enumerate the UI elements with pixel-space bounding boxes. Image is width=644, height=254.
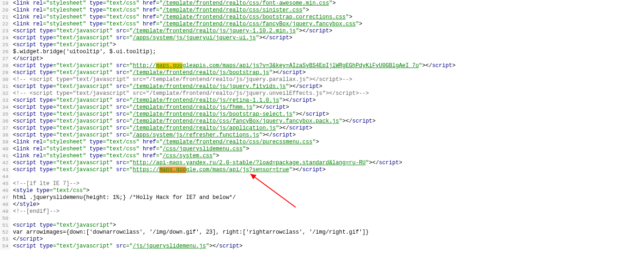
line-number: 26: [0, 49, 10, 56]
code-line: 30 <!-- <script type="text/javascript" s…: [0, 76, 644, 83]
code-line: 43<script type="text/javascript" src="ht…: [0, 167, 644, 173]
code-line: 40<link rel="stylesheet" type="text/css"…: [0, 146, 644, 153]
line-number: 29: [0, 69, 10, 76]
line-number: 25: [0, 42, 10, 49]
code-line: 38<script type="text/javascript" src="/a…: [0, 132, 644, 139]
code-line: 46<style type="text/css">: [0, 187, 644, 194]
code-line: 34 <script type="text/javascript" src="/…: [0, 104, 644, 111]
code-line: 44: [0, 173, 644, 180]
code-line: 52var arrowimages={down:['downarrowclass…: [0, 229, 644, 236]
line-number: 54: [0, 243, 10, 250]
line-number: 21: [0, 14, 10, 21]
url-link[interactable]: /js/jqueryslidemenu.js: [133, 243, 206, 249]
url-link[interactable]: /template/frontend/realto/js/retina-1.1.…: [133, 97, 279, 104]
line-number: 33: [0, 97, 10, 104]
line-number: 52: [0, 229, 10, 236]
line-number: 30: [0, 76, 10, 83]
code-line: 27</script>: [0, 56, 644, 62]
line-number: 48: [0, 201, 10, 208]
line-number: 36: [0, 118, 10, 125]
line-number: 51: [0, 222, 10, 229]
url-link[interactable]: /template/frontend/realto/js/bootstrap-s…: [133, 111, 292, 118]
url-link[interactable]: https://maps.google.com/maps/api/js?sens…: [133, 167, 289, 173]
url-link[interactable]: /template/frontend/realto/js/jquery-1.10…: [133, 28, 296, 34]
url-link[interactable]: /template/frontend/realto/css/fancyBox/j…: [133, 118, 339, 124]
code-line: 47html .jqueryslidemenu{height: 1%;} /*H…: [0, 194, 644, 201]
code-line: 53</script>: [0, 236, 644, 243]
line-number: 37: [0, 125, 10, 132]
code-line: 37 <script type="text/javascript" src="/…: [0, 125, 644, 132]
code-line: 54<script type="text/javascript" src="/j…: [0, 243, 644, 250]
search-highlight: maps.goo: [159, 167, 186, 173]
code-line: 25<script type="text/javascript">: [0, 42, 644, 49]
search-highlight: maps.goo: [156, 62, 183, 69]
line-number: 42: [0, 160, 10, 167]
line-number: 32: [0, 90, 10, 97]
url-link[interactable]: /css/system.css: [163, 153, 213, 159]
url-link[interactable]: /template/frontend/realto/css/bootstrap.…: [163, 14, 346, 20]
url-link[interactable]: /apps/system/js/refresher.functions.js: [133, 132, 259, 138]
code-line: 19 <link rel="stylesheet" type="text/css…: [0, 0, 644, 7]
code-line: 24 <script type="text/javascript" src="/…: [0, 35, 644, 42]
url-link[interactable]: /template/frontend/realto/js/application…: [133, 125, 276, 131]
line-number: 34: [0, 104, 10, 111]
code-line: 49<!--[endif]-->: [0, 208, 644, 215]
line-number: 28: [0, 62, 10, 69]
code-line: 26$.widget.bridge('uitooltip', $.ui.tool…: [0, 49, 644, 56]
url-link[interactable]: /template/frontend/realto/css/font-aweso…: [163, 0, 329, 6]
code-line: 45<!--[if lte IE 7]-->: [0, 180, 644, 187]
code-line: 35 <script type="text/javascript" src="/…: [0, 111, 644, 118]
line-number: 41: [0, 153, 10, 160]
code-view: 19 <link rel="stylesheet" type="text/css…: [0, 0, 644, 250]
url-link[interactable]: /template/frontend/realto/js/fhmm.js: [133, 104, 252, 111]
code-line: 28 <script type="text/javascript" src="h…: [0, 62, 644, 69]
url-link[interactable]: http://maps.googleapis.com/maps/api/js?v…: [133, 62, 419, 69]
line-number: 23: [0, 28, 10, 35]
line-number: 43: [0, 167, 10, 173]
line-number: 45: [0, 180, 10, 187]
line-number: 24: [0, 35, 10, 42]
code-line: 20 <link rel="stylesheet" type="text/css…: [0, 7, 644, 14]
code-line: 51<script type="text/javascript">: [0, 222, 644, 229]
line-number: 31: [0, 83, 10, 90]
line-number: 44: [0, 173, 10, 180]
code-line: 42<script type="text/javascript" src="ht…: [0, 160, 644, 167]
url-link[interactable]: http://api-maps.yandex.ru/2.0-stable/?lo…: [133, 160, 365, 166]
code-line: 33 <script type="text/javascript" src="/…: [0, 97, 644, 104]
url-link[interactable]: /apps/system/js/jqueryui/jquery-ui.js: [133, 35, 255, 41]
code-line: 21 <link rel="stylesheet" type="text/css…: [0, 14, 644, 21]
line-number: 50: [0, 215, 10, 222]
line-number: 53: [0, 236, 10, 243]
line-number: 40: [0, 146, 10, 153]
line-number: 19: [0, 0, 10, 7]
code-line: 29 <script type="text/javascript" src="/…: [0, 69, 644, 76]
code-line: 31 <script type="text/javascript" src="/…: [0, 83, 644, 90]
url-link[interactable]: /template/frontend/realto/js/bootstrap.j…: [133, 69, 269, 76]
url-link[interactable]: /template/frontend/realto/js/jquery.fitv…: [133, 83, 286, 90]
code-line: 39<link rel="stylesheet" type="text/css"…: [0, 139, 644, 146]
url-link[interactable]: /template/frontend/realto/css/sinister.c…: [163, 7, 302, 13]
code-line: 32 <!-- <script type="text/javascript" s…: [0, 90, 644, 97]
line-number: 22: [0, 21, 10, 28]
url-link[interactable]: /template/frontend/realto/css/purecssmen…: [163, 139, 312, 145]
line-number: 39: [0, 139, 10, 146]
line-number: 35: [0, 111, 10, 118]
url-link[interactable]: /template/frontend/realto/css/fancyBox/j…: [163, 21, 356, 27]
line-number: 46: [0, 187, 10, 194]
code-line: 23 <script type="text/javascript" src="/…: [0, 28, 644, 35]
code-line: 48</style>: [0, 201, 644, 208]
code-line: 50: [0, 215, 644, 222]
code-line: 22 <link rel="stylesheet" type="text/css…: [0, 21, 644, 28]
line-number: 20: [0, 7, 10, 14]
code-line: 41<link rel="stylesheet" type="text/css"…: [0, 153, 644, 160]
url-link[interactable]: /css/jqueryslidemenu.css: [163, 146, 243, 152]
code-line: 36 <script type="text/javascript" src="/…: [0, 118, 644, 125]
line-number: 38: [0, 132, 10, 139]
line-number: 27: [0, 56, 10, 62]
line-number: 47: [0, 194, 10, 201]
line-number: 49: [0, 208, 10, 215]
